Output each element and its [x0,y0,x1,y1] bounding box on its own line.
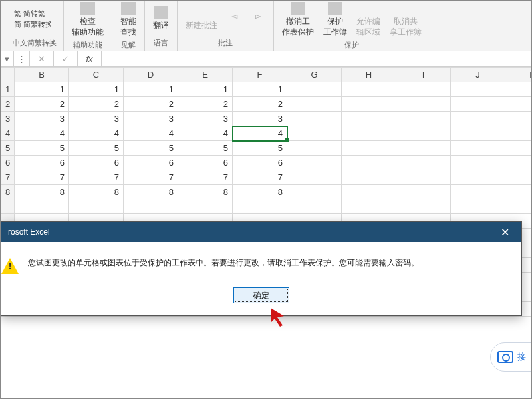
cell[interactable]: 6 [69,156,124,170]
name-box-dropdown[interactable]: ▾ [1,51,14,66]
cell[interactable] [505,141,533,156]
cell[interactable]: 2 [178,97,233,112]
dialog-close-button[interactable]: ✕ [495,226,515,239]
cell[interactable]: 2 [124,97,178,112]
row-header[interactable]: 1 [1,82,15,97]
cell[interactable] [505,97,533,112]
cell[interactable] [451,141,505,156]
cell[interactable] [287,82,342,97]
cell[interactable]: 7 [124,170,178,185]
cell[interactable] [451,156,505,170]
row-header[interactable]: 4 [1,126,15,141]
cell[interactable] [451,82,505,97]
cell[interactable]: 4 [178,126,233,141]
cell[interactable] [287,126,342,141]
cell[interactable]: 3 [15,112,69,126]
cell[interactable] [15,200,69,214]
cell[interactable]: 8 [124,185,178,200]
cell[interactable]: 3 [69,112,124,126]
cell[interactable] [396,126,451,141]
cell[interactable] [342,126,396,141]
cell[interactable] [342,141,396,156]
cell[interactable] [342,185,396,200]
ok-button[interactable]: 确定 [233,287,289,303]
cell[interactable] [287,141,342,156]
cell[interactable] [287,112,342,126]
column-header[interactable]: G [287,68,342,82]
column-header[interactable]: I [396,68,451,82]
cell[interactable]: 2 [69,97,124,112]
cell[interactable]: 4 [124,126,178,141]
cell[interactable]: 8 [233,185,287,200]
cell[interactable] [505,170,533,185]
cell[interactable]: 7 [69,170,124,185]
cell[interactable]: 5 [233,141,287,156]
translate-button[interactable]: 翻译 [152,5,170,33]
row-header[interactable]: 7 [1,170,15,185]
cell[interactable]: 2 [233,97,287,112]
cell[interactable]: 5 [69,141,124,156]
row-header[interactable]: 8 [1,185,15,200]
column-header[interactable]: C [69,68,124,82]
cell[interactable] [287,156,342,170]
column-header[interactable]: D [124,68,178,82]
cell[interactable]: 6 [178,156,233,170]
cell[interactable] [505,82,533,97]
cell[interactable] [505,156,533,170]
cell[interactable] [451,97,505,112]
cell[interactable] [505,126,533,141]
smart-lookup-button[interactable]: 智能 查找 [119,1,138,39]
cell[interactable] [342,97,396,112]
cell[interactable]: 8 [178,185,233,200]
cell[interactable] [451,200,505,214]
row-header[interactable]: 2 [1,97,15,112]
cell[interactable]: 1 [15,82,69,97]
cell[interactable] [396,200,451,214]
cell[interactable] [69,200,124,214]
cell[interactable] [505,185,533,200]
cell[interactable] [505,112,533,126]
unprotect-sheet-button[interactable]: 撤消工 作表保护 [281,1,315,39]
cell[interactable] [178,200,233,214]
cell[interactable]: 1 [124,82,178,97]
cell[interactable] [451,126,505,141]
cell[interactable]: 1 [233,82,287,97]
cell[interactable] [396,97,451,112]
cell[interactable]: 5 [15,141,69,156]
cell[interactable]: 4 [15,126,69,141]
cell[interactable]: 5 [124,141,178,156]
cell[interactable]: 1 [69,82,124,97]
column-header[interactable]: B [15,68,69,82]
cell[interactable]: 2 [15,97,69,112]
insert-function-button[interactable]: fx [78,51,102,66]
cell[interactable]: 3 [233,112,287,126]
cell[interactable] [451,112,505,126]
cell[interactable] [451,170,505,185]
column-header[interactable]: F [233,68,287,82]
cell[interactable]: 8 [69,185,124,200]
check-accessibility-button[interactable]: 检查 辅助功能 [70,1,105,39]
cell[interactable] [233,200,287,214]
cell[interactable] [505,200,533,214]
cell[interactable]: 6 [15,156,69,170]
cell[interactable] [287,200,342,214]
cell[interactable] [124,200,178,214]
row-header[interactable]: 5 [1,141,15,156]
cell[interactable]: 4 [69,126,124,141]
screen-capture-badge[interactable]: 接 [490,342,532,372]
row-header[interactable]: 3 [1,112,15,126]
row-header[interactable] [1,200,15,214]
column-header[interactable]: E [178,68,233,82]
cell[interactable] [396,112,451,126]
formula-bar-expand[interactable]: ⋮ [14,51,30,66]
cell[interactable] [342,170,396,185]
simplified-traditional-button[interactable]: 繁 简转繁 简 简繁转换 [13,7,54,31]
cell[interactable] [287,185,342,200]
cell[interactable]: 6 [233,156,287,170]
cell[interactable] [287,170,342,185]
cell[interactable]: 7 [15,170,69,185]
cell[interactable] [342,112,396,126]
formula-input[interactable] [102,51,531,66]
select-all-corner[interactable] [1,68,15,82]
column-header[interactable]: J [451,68,505,82]
